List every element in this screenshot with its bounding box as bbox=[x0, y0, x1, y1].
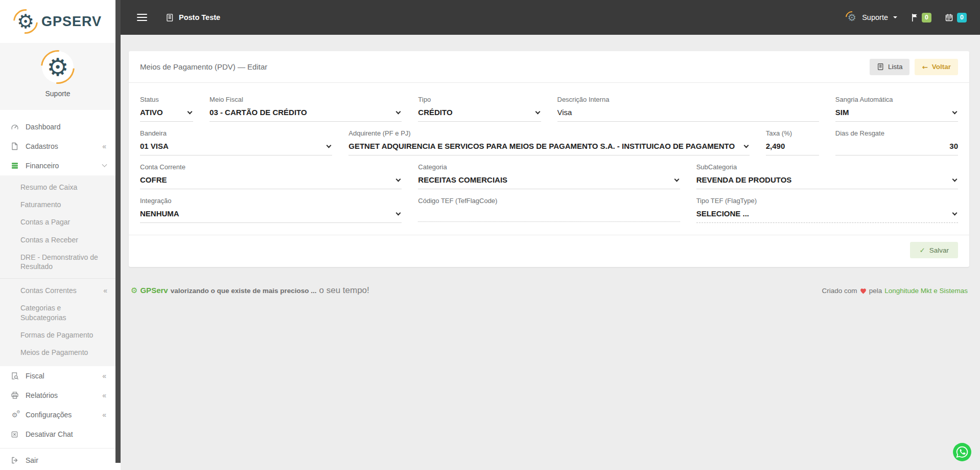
sidebar-item-faturamento[interactable]: Faturamento bbox=[0, 196, 115, 213]
heart-icon bbox=[860, 288, 867, 294]
field-label: Taxa (%) bbox=[766, 129, 819, 137]
sidebar-item-resumo-de-caixa[interactable]: Resumo de Caixa bbox=[0, 178, 115, 196]
list-icon bbox=[877, 63, 884, 71]
sidebar-scrollbar[interactable] bbox=[115, 0, 121, 470]
sidebar-item-label: Dashboard bbox=[26, 123, 106, 131]
field-label: Descrição Interna bbox=[557, 96, 819, 103]
user-name: Suporte bbox=[862, 13, 888, 21]
field-label: Tipo TEF (FlagType) bbox=[696, 197, 958, 205]
flag-count-badge: 0 bbox=[922, 13, 931, 23]
salvar-button[interactable]: ✓ Salvar bbox=[910, 242, 958, 258]
sidebar-item-configuracoes[interactable]: ⚙⚙ Configurações « bbox=[0, 405, 115, 424]
adquirente-select[interactable]: GETNET ADQUIRENCIA E SERVICOS PARA MEIOS… bbox=[348, 139, 750, 155]
chevron-down-icon bbox=[952, 211, 958, 216]
codigo-tef-input[interactable] bbox=[418, 207, 680, 222]
top-navbar: Posto Teste ⚙ Suporte 0 bbox=[121, 0, 980, 35]
sidebar-item-fiscal[interactable]: Fiscal « bbox=[0, 366, 115, 386]
company-selector[interactable]: Posto Teste bbox=[166, 13, 220, 22]
sidebar-item-cadastros[interactable]: Cadastros « bbox=[0, 137, 115, 156]
status-select[interactable]: ATIVO bbox=[140, 105, 193, 122]
flag-icon bbox=[911, 13, 918, 22]
categoria-select[interactable]: RECEITAS COMERCIAIS bbox=[418, 173, 680, 189]
sidebar-scrollbar-thumb[interactable] bbox=[115, 0, 121, 463]
gpserv-mini-logo-icon: ⚙ bbox=[131, 286, 137, 295]
lista-button[interactable]: Lista bbox=[870, 59, 910, 75]
sidebar-item-label: Configurações bbox=[26, 411, 102, 419]
dias-resgate-input[interactable]: 30 bbox=[835, 139, 958, 155]
field-label: Dias de Resgate bbox=[835, 129, 958, 137]
agenda-notifications[interactable]: 0 bbox=[945, 13, 967, 23]
chevron-down-icon bbox=[535, 109, 540, 115]
conta-corrente-select[interactable]: COFRE bbox=[140, 173, 402, 189]
field-bandeira: Bandeira 01 VISA bbox=[140, 129, 332, 155]
voltar-button[interactable]: ← Voltar bbox=[915, 59, 958, 75]
sidebar-item-contas-a-pagar[interactable]: Contas a Pagar bbox=[0, 213, 115, 231]
brand-logo[interactable]: ⚙ GPSERV bbox=[0, 0, 115, 43]
field-label: Código TEF (TefFlagCode) bbox=[418, 197, 680, 205]
chevron-down-icon bbox=[102, 162, 107, 167]
sidebar-item-desativar-chat[interactable]: Desativar Chat bbox=[0, 424, 115, 444]
main-column: Posto Teste ⚙ Suporte 0 bbox=[121, 0, 980, 470]
sidebar-item-dre[interactable]: DRE - Demonstrativo de Resultado bbox=[0, 249, 115, 275]
brand-name: GPSERV bbox=[41, 14, 102, 30]
footer-tagline: valorizando o que existe de mais precios… bbox=[171, 287, 317, 295]
tipo-tef-select[interactable]: SELECIONE ... bbox=[696, 207, 958, 223]
field-integracao: Integração NENHUMA bbox=[140, 197, 402, 223]
sidebar-item-label: Relatórios bbox=[26, 391, 102, 399]
field-label: Tipo bbox=[418, 96, 541, 103]
field-taxa: Taxa (%) 2,490 bbox=[766, 129, 819, 155]
chevron-down-icon bbox=[674, 177, 679, 182]
card-footer: ✓ Salvar bbox=[129, 235, 969, 267]
sidebar-item-financeiro[interactable]: Financeiro bbox=[0, 156, 115, 175]
taxa-input[interactable]: 2,490 bbox=[766, 139, 819, 155]
chevron-down-icon bbox=[952, 109, 958, 115]
meio-fiscal-select[interactable]: 03 - CARTÃO DE CRÉDITO bbox=[209, 105, 402, 122]
profile-name: Suporte bbox=[0, 89, 115, 98]
financeiro-submenu: Resumo de Caixa Faturamento Contas a Pag… bbox=[0, 175, 115, 366]
journal-icon bbox=[166, 13, 174, 22]
sidebar-item-dashboard[interactable]: Dashboard bbox=[0, 117, 115, 137]
app-root: ⚙ GPSERV ⚙ Suporte Dashboard Cadastros « bbox=[0, 0, 980, 470]
page-content: Meios de Pagamento (PDV) — Editar Lista … bbox=[121, 35, 980, 470]
chevron-down-icon bbox=[396, 109, 401, 115]
field-label: Categoria bbox=[418, 163, 680, 171]
field-dias-resgate: Dias de Resgate 30 bbox=[835, 129, 958, 155]
field-subcategoria: SubCategoria REVENDA DE PRODUTOS bbox=[696, 163, 958, 189]
field-label: Status bbox=[140, 96, 193, 103]
field-descricao-interna: Descrição Interna Visa bbox=[557, 96, 819, 122]
flag-notifications[interactable]: 0 bbox=[911, 13, 931, 23]
sangria-select[interactable]: SIM bbox=[835, 105, 958, 122]
footer-credit-link[interactable]: Longhitude Mkt e Sistemas bbox=[884, 287, 968, 295]
chevron-down-icon bbox=[326, 143, 332, 148]
footer-tagline-emphasis: o seu tempo! bbox=[319, 285, 369, 296]
field-conta-corrente: Conta Corrente COFRE bbox=[140, 163, 402, 189]
bandeira-select[interactable]: 01 VISA bbox=[140, 139, 332, 155]
gpserv-gear-logo-icon: ⚙ bbox=[14, 10, 37, 33]
footer-credit-prefix: Criado com bbox=[822, 287, 857, 295]
profile-block: ⚙ Suporte bbox=[0, 43, 115, 110]
field-categoria: Categoria RECEITAS COMERCIAIS bbox=[418, 163, 680, 189]
descricao-interna-input[interactable]: Visa bbox=[557, 105, 819, 122]
sidebar-item-contas-correntes[interactable]: « Contas Correntes bbox=[0, 282, 115, 299]
page-title: Meios de Pagamento (PDV) — Editar bbox=[140, 62, 267, 71]
avatar[interactable]: ⚙ bbox=[42, 51, 74, 83]
caret-down-icon bbox=[893, 16, 897, 18]
hamburger-menu-icon[interactable] bbox=[137, 14, 147, 21]
whatsapp-button[interactable] bbox=[952, 442, 972, 462]
sidebar-item-formas-de-pagamento[interactable]: Formas de Pagamento bbox=[0, 326, 115, 344]
sidebar-item-contas-a-receber[interactable]: Contas a Receber bbox=[0, 231, 115, 249]
sidebar-item-categorias-subcategorias[interactable]: Categorias e Subcategorias bbox=[0, 299, 115, 326]
sidebar-item-sair[interactable]: Sair bbox=[0, 451, 115, 470]
money-icon bbox=[10, 162, 19, 170]
chevron-down-icon bbox=[743, 143, 749, 148]
user-menu[interactable]: ⚙ Suporte bbox=[846, 11, 897, 24]
integracao-select[interactable]: NENHUMA bbox=[140, 207, 402, 223]
sidebar-item-meios-de-pagamento[interactable]: Meios de Pagamento bbox=[0, 344, 115, 361]
chevron-down-icon bbox=[188, 109, 193, 115]
sidebar-item-relatorios[interactable]: Relatórios « bbox=[0, 386, 115, 405]
subcategoria-select[interactable]: REVENDA DE PRODUTOS bbox=[696, 173, 958, 189]
tipo-select[interactable]: CRÉDITO bbox=[418, 105, 541, 122]
field-tipo-tef: Tipo TEF (FlagType) SELECIONE ... bbox=[696, 197, 958, 223]
sidebar-item-label: Cadastros bbox=[26, 142, 102, 150]
chevron-down-icon bbox=[396, 177, 401, 182]
